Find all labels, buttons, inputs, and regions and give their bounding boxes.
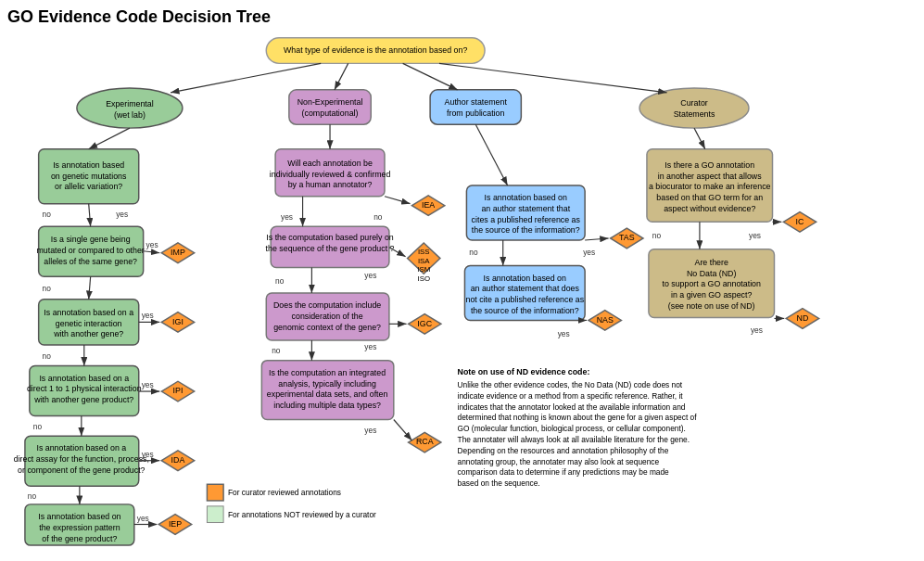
q10-yes-label: yes — [364, 426, 376, 435]
q4-node3: with another gene product? — [33, 395, 133, 404]
note-line10: based on the sequence. — [458, 478, 540, 488]
q6-yes-label: yes — [137, 514, 149, 523]
svg-line-14 — [89, 204, 91, 227]
svg-rect-65 — [207, 484, 223, 501]
q3-node: Is annotation based on a — [44, 308, 133, 317]
legend-green: For annotations NOT reviewed by a curato… — [228, 510, 376, 519]
q7-node3: by a human annotator? — [288, 180, 373, 189]
note-line4: determined that nothing is known about t… — [458, 413, 698, 422]
IDA-node: IDA — [171, 455, 185, 465]
q4-node: Is annotation based on a — [39, 374, 129, 383]
ISO-node: ISO — [417, 274, 430, 283]
ISA-node: ISA — [418, 257, 430, 265]
TAS-node: TAS — [619, 233, 635, 242]
q10-node2: analysis, typically including — [278, 379, 376, 389]
q3-node2: genetic interaction — [56, 319, 122, 328]
svg-line-52 — [585, 238, 609, 240]
q1-yes-label: yes — [116, 210, 128, 219]
IGC-node: IGC — [417, 319, 432, 328]
IC-node: IC — [796, 217, 804, 226]
svg-line-36 — [385, 197, 411, 204]
nonexp-node: Non-Experimental — [297, 97, 363, 107]
q8-yes-label: yes — [364, 271, 376, 280]
svg-line-12 — [89, 128, 130, 149]
q2-node3: alleles of the same gene? — [44, 257, 137, 266]
q12-node4: the source of the information? — [471, 306, 579, 315]
root-node: What type of evidence is the annotation … — [284, 45, 467, 55]
svg-line-9 — [403, 63, 458, 89]
svg-line-48 — [394, 420, 412, 441]
q3-node3: with another gene? — [53, 329, 123, 338]
q12-node2: an author statement that does — [471, 284, 580, 293]
q7-node2: individually reviewed & confirmed — [270, 170, 391, 179]
q12-node3: not cite a published reference as — [465, 295, 584, 304]
svg-line-18 — [89, 276, 91, 300]
q1-node: Is annotation based — [53, 160, 124, 170]
q14-node5: (see note on use of ND) — [668, 301, 755, 311]
diagram-area: What type of evidence is the annotation … — [7, 31, 917, 550]
q13-node5: aspect without evidence? — [664, 204, 755, 213]
curator-node: Curator — [680, 98, 707, 108]
RCA-node: RCA — [416, 437, 434, 446]
q6-node2: the expression pattern — [39, 523, 120, 532]
IEP-node: IEP — [169, 519, 182, 529]
q9-node3: genomic context of the gene? — [273, 323, 381, 332]
ISS-node: ISS — [418, 248, 430, 256]
author-node: Author statement — [445, 97, 508, 107]
svg-rect-5 — [430, 90, 521, 124]
q2-yes-label: yes — [146, 240, 158, 249]
note-line7: Depending on the resources and annotatio… — [458, 446, 669, 455]
q10-node: Is the computation an integrated — [269, 368, 386, 377]
q3-yes-label: yes — [142, 311, 154, 320]
note-line8: annotating group, the annotater may also… — [458, 457, 660, 466]
ISM-node: ISM — [417, 265, 430, 274]
NAS-node: NAS — [597, 315, 614, 325]
q14-node: Are there — [695, 258, 728, 267]
q7-yes-label: yes — [281, 212, 293, 222]
q14-node3: to support a GO annotation — [662, 279, 761, 288]
q11-node4: the source of the information? — [472, 225, 580, 235]
q13-node4: based on that GO term for an — [656, 193, 763, 202]
q8-no-label: no — [275, 276, 285, 286]
legend-orange: For curator reviewed annotations — [228, 488, 341, 497]
q1-node2: on genetic mutations — [51, 172, 127, 181]
q10-node3: experimental data sets, and often — [267, 389, 388, 399]
q1-node3: or allelic variation? — [55, 182, 122, 191]
q12-yes-label: yes — [558, 329, 570, 338]
q2-no-label: no — [43, 284, 52, 293]
q11-yes-label: yes — [583, 248, 595, 257]
svg-rect-4 — [289, 90, 371, 124]
note-line6: The annotater will always look at all av… — [458, 435, 690, 444]
q5-no-label: no — [28, 491, 37, 501]
IEA-node: IEA — [422, 200, 435, 210]
q6-node3: of the gene product? — [42, 534, 117, 543]
svg-line-8 — [335, 63, 348, 89]
experimental-node2: (wet lab) — [114, 110, 146, 120]
q5-node3: or component of the gene product? — [18, 465, 146, 475]
q11-no-label: no — [469, 248, 478, 257]
page-title: GO Evidence Code Decision Tree — [7, 7, 917, 27]
q9-node2: consideration of the — [292, 312, 363, 321]
q8-node2: the sequence of the gene product ? — [266, 244, 395, 253]
q4-node2: direct 1 to 1 physical interaction — [27, 384, 142, 393]
q9-yes-label: yes — [364, 342, 376, 351]
q13-node2: in another aspect that allows — [658, 172, 762, 181]
note-line2: indicate evidence or a method from a spe… — [458, 391, 684, 401]
svg-rect-66 — [207, 506, 223, 523]
svg-line-16 — [144, 251, 160, 253]
q10-node4: including multiple data types? — [273, 401, 381, 410]
nonexp-node2: (computational) — [302, 108, 359, 118]
svg-line-50 — [475, 124, 507, 185]
curator-node2: Statements — [674, 109, 715, 119]
q8-node: Is the computation based purely on — [266, 233, 394, 242]
q13-node: Is there a GO annotation — [665, 160, 754, 170]
q14-yes-label: yes — [751, 325, 763, 335]
note-line3: indicates that the annotator looked at t… — [458, 402, 686, 412]
q11-node3: cites a published reference as — [472, 215, 581, 224]
svg-line-10 — [439, 63, 667, 92]
note-title: Note on use of ND evidence code: — [458, 367, 590, 376]
q13-node3: a biocurator to make an inference — [649, 182, 771, 191]
q1-no-label: no — [43, 210, 52, 219]
experimental-node: Experimental — [106, 99, 154, 108]
svg-point-6 — [639, 88, 749, 128]
